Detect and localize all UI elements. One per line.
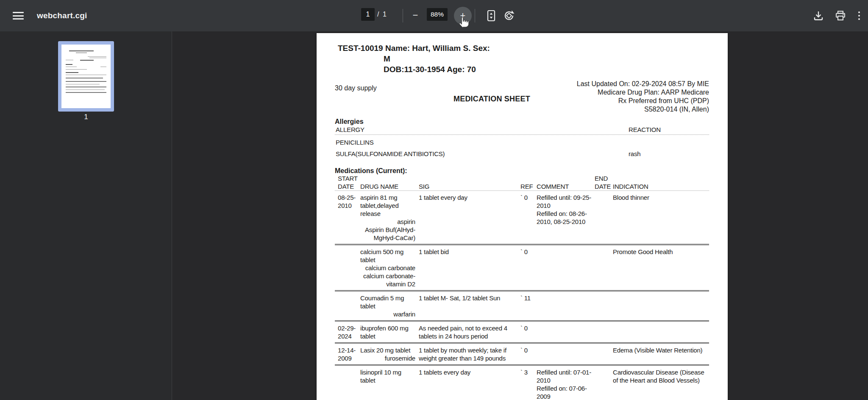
cell-end-date: [595, 294, 613, 318]
table-row: calcium 500 mg tabletcalcium carbonateca…: [335, 245, 709, 291]
more-vertical-icon[interactable]: [854, 9, 865, 22]
rotate-button[interactable]: [502, 9, 516, 22]
zoom-out-icon: −: [413, 10, 418, 21]
plan-info-line: Medicare Drug Plan: AARP Medicare: [577, 88, 709, 97]
allergies-table: ALLERGY REACTION PENICILLINSSULFA(SULFON…: [335, 126, 709, 158]
cell-indication: Edema (Visible Water Retention): [613, 346, 709, 362]
table-row: 12-14-2009Lasix 20 mg tabletfurosemide1 …: [335, 344, 709, 366]
plan-info-line: Last Updated On: 02-29-2024 08:57 By MIE: [577, 80, 709, 88]
cell-indication: Promote Good Health: [613, 248, 709, 288]
cell-indication: [613, 324, 709, 340]
page-count: / 1: [377, 8, 387, 21]
divider: [335, 134, 709, 135]
table-row: lisinopril 10 mg tablet1 tablets every d…: [335, 366, 709, 400]
cell-ref: ` 0: [520, 346, 537, 362]
download-icon: [813, 10, 824, 21]
table-row: SULFA(SULFONAMIDE ANTIBIOTICS)rash: [335, 150, 709, 158]
cell-start-date: [335, 294, 360, 318]
page-thumbnail[interactable]: [58, 41, 114, 112]
cell-sig: 1 tablet M- Sat, 1/2 tablet Sun: [419, 294, 520, 318]
cell-sig: 1 tablets every day: [419, 368, 520, 400]
table-row: 02-29-2024ibuprofen 600 mg tabletAs need…: [335, 322, 709, 344]
cell-start-date: 12-14-2009: [335, 346, 360, 362]
drug-name: aspirin 81 mg tablet,delayed release: [360, 193, 415, 218]
plan-info-line: Rx Preferred from UHC (PDP): [577, 97, 709, 105]
allergy-cell: SULFA(SULFONAMIDE ANTIBIOTICS): [336, 150, 445, 158]
cell-drug-name: aspirin 81 mg tablet,delayed releaseaspi…: [360, 193, 419, 242]
drug-generic-name: calcium carbonate-vitamin D2: [360, 272, 415, 288]
supply-note: 30 day supply: [335, 84, 377, 92]
comment-line: Refilled on: 07-06-2009: [537, 384, 595, 400]
drug-generic-name: calcium carbonate: [360, 264, 415, 272]
cell-drug-name: Lasix 20 mg tabletfurosemide: [360, 346, 419, 362]
cell-comment: Refilled until: 09-25-2010Refilled on: 0…: [537, 193, 595, 242]
drug-name: Coumadin 5 mg tablet: [360, 294, 415, 310]
plan-info-block: Last Updated On: 02-29-2024 08:57 By MIE…: [577, 80, 709, 114]
cell-end-date: [595, 248, 613, 288]
cell-end-date: [595, 193, 613, 242]
print-icon: [835, 10, 846, 21]
cell-drug-name: Coumadin 5 mg tabletwarfarin: [360, 294, 419, 318]
reaction-cell: rash: [629, 150, 640, 158]
comment-line: Refilled until: 07-01-2010: [537, 368, 595, 384]
cell-end-date: [595, 346, 613, 362]
col-end: END: [595, 174, 613, 182]
zoom-in-button[interactable]: +: [454, 7, 472, 25]
cell-start-date: [335, 248, 360, 288]
cell-sig: 1 tablet every day: [419, 193, 520, 242]
col-reaction: REACTION: [629, 126, 661, 134]
document-page: TEST-10019 Name: Hart, William S. Sex: M…: [317, 33, 728, 400]
col-indication: INDICATION: [613, 182, 709, 190]
table-row: Coumadin 5 mg tabletwarfarin1 tablet M- …: [335, 291, 709, 322]
plan-info-line: S5820-014 (IN, Allen): [577, 105, 709, 114]
allergies-header-row: ALLERGY REACTION: [335, 126, 709, 134]
thumbnail-sidebar: 1: [0, 31, 172, 400]
thumbnail-page-number: 1: [58, 113, 114, 121]
cell-ref: ` 11: [520, 294, 537, 318]
patient-dob-age: DOB:11-30-1954 Age: 70: [384, 65, 476, 74]
page-number-input[interactable]: [361, 8, 375, 21]
cell-drug-name: calcium 500 mg tabletcalcium carbonateca…: [360, 248, 419, 288]
cell-start-date: [335, 368, 360, 400]
fit-page-button[interactable]: [484, 9, 498, 22]
col-drug-name: DRUG NAME: [360, 182, 419, 190]
allergies-heading: Allergies: [335, 118, 364, 126]
thumbnail-preview: [61, 45, 111, 108]
zoom-out-button[interactable]: −: [408, 8, 423, 22]
col-start: START: [338, 174, 360, 182]
cell-sig: 1 tablet bid: [419, 248, 520, 288]
cell-ref: ` 0: [520, 193, 537, 242]
drug-generic-name: aspirin: [360, 218, 415, 226]
col-allergy: ALLERGY: [336, 126, 364, 134]
drug-generic-name: furosemide: [360, 354, 415, 362]
cell-end-date: [595, 324, 613, 340]
cell-ref: ` 3: [520, 368, 537, 400]
cell-start-date: 08-25-2010: [335, 193, 360, 242]
medications-table: STARTDATE DRUG NAME SIG REF COMMENT ENDD…: [335, 174, 709, 400]
cell-start-date: 02-29-2024: [335, 324, 360, 340]
cell-indication: Cardiovascular Disease (Disease of the H…: [613, 368, 709, 400]
fit-page-icon: [487, 10, 496, 22]
zoom-level[interactable]: 88%: [427, 8, 448, 21]
cell-comment: [537, 346, 595, 362]
print-button[interactable]: [833, 9, 848, 22]
download-button[interactable]: [811, 9, 826, 22]
table-row: PENICILLINS: [335, 138, 709, 146]
cell-comment: Refilled until: 07-01-2010Refilled on: 0…: [537, 368, 595, 400]
drug-name: Lasix 20 mg tablet: [360, 346, 415, 354]
pdf-viewer-area[interactable]: TEST-10019 Name: Hart, William S. Sex: M…: [172, 31, 868, 400]
toolbar-divider: [403, 9, 403, 22]
allergy-cell: PENICILLINS: [336, 138, 374, 146]
col-comment: COMMENT: [537, 182, 595, 190]
col-sig: SIG: [419, 182, 520, 190]
col-ref: REF: [520, 182, 537, 190]
medications-heading: Medications (Current):: [335, 167, 407, 175]
document-heading: MEDICATION SHEET: [453, 95, 530, 103]
menu-icon[interactable]: [13, 11, 24, 21]
comment-line: Refilled on: 08-26-2010, 08-25-2010: [537, 210, 595, 226]
document-title: webchart.cgi: [37, 0, 87, 31]
zoom-in-icon: +: [460, 10, 466, 21]
drug-name: ibuprofen 600 mg tablet: [360, 324, 415, 340]
patient-id-name: TEST-10019 Name: Hart, William S. Sex:: [338, 44, 490, 53]
patient-sex-value: M: [384, 54, 390, 64]
